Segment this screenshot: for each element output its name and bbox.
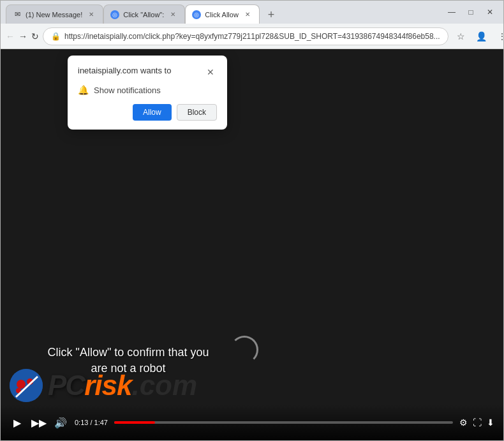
popup-title: inetaispially.com wants to: [78, 66, 171, 75]
progress-fill: [114, 421, 155, 424]
toolbar-icons: ☆ 👤 ⋮: [452, 27, 504, 45]
tab-bar: ✉ (1) New Message! ✕ ◎ Click "Allow": ✕ …: [6, 1, 438, 24]
fullscreen-icon[interactable]: ⛶: [473, 417, 482, 428]
minimize-button[interactable]: —: [443, 4, 460, 20]
tab2-close[interactable]: ✕: [168, 10, 178, 20]
profile-icon[interactable]: 👤: [473, 27, 491, 45]
reload-button[interactable]: ↻: [31, 27, 39, 45]
logo-pc: PC: [48, 370, 84, 401]
back-button[interactable]: ←: [6, 27, 15, 45]
popup-close-button[interactable]: ✕: [204, 66, 217, 78]
page-content: inetaispially.com wants to ✕ 🔔 Show noti…: [1, 49, 503, 440]
new-tab-button[interactable]: +: [262, 6, 280, 24]
forward-button[interactable]: →: [19, 27, 27, 45]
logo-text: PC risk .com: [48, 370, 197, 401]
secure-icon: 🔒: [51, 32, 61, 41]
loading-spinner: [230, 336, 258, 364]
maximize-button[interactable]: □: [463, 4, 479, 20]
logo-circle: [10, 369, 43, 402]
address-bar: ← → ↻ 🔒 https://inetaispially.com/click.…: [1, 24, 503, 49]
notification-popup: inetaispially.com wants to ✕ 🔔 Show noti…: [68, 56, 227, 130]
menu-icon[interactable]: ⋮: [493, 27, 504, 45]
tab-1[interactable]: ✉ (1) New Message! ✕: [6, 4, 103, 24]
tab2-favicon: ◎: [110, 10, 119, 19]
tab-3[interactable]: ◎ Click Allow ✕: [185, 4, 260, 24]
close-button[interactable]: ✕: [482, 4, 498, 20]
next-button[interactable]: ▶▶: [31, 415, 47, 430]
url-bar[interactable]: 🔒 https://inetaispially.com/click.php?ke…: [43, 27, 448, 45]
svg-point-1: [10, 369, 43, 402]
tab1-favicon: ✉: [13, 10, 22, 19]
allow-button[interactable]: Allow: [133, 104, 172, 121]
tab-2[interactable]: ◎ Click "Allow": ✕: [103, 4, 185, 24]
url-text: https://inetaispially.com/click.php?key=…: [64, 32, 440, 41]
settings-icon[interactable]: ⚙: [459, 417, 468, 428]
logo-risk: risk: [84, 370, 131, 401]
tab1-close[interactable]: ✕: [86, 10, 96, 20]
logo-com: .com: [131, 370, 197, 401]
title-bar: ✉ (1) New Message! ✕ ◎ Click "Allow": ✕ …: [1, 1, 503, 24]
popup-buttons: Allow Block: [78, 104, 217, 121]
permission-text: Show notifications: [94, 86, 161, 95]
logo-svg: [10, 369, 43, 402]
volume-button[interactable]: 🔊: [53, 415, 68, 430]
spinner-circle: [230, 336, 258, 364]
bell-icon: 🔔: [78, 85, 89, 95]
popup-permission-row: 🔔 Show notifications: [78, 85, 217, 95]
svg-point-2: [17, 380, 26, 389]
tab1-label: (1) New Message!: [26, 11, 82, 19]
tab3-close[interactable]: ✕: [242, 10, 253, 20]
popup-header: inetaispially.com wants to ✕: [78, 66, 217, 78]
browser-window: ✉ (1) New Message! ✕ ◎ Click "Allow": ✕ …: [0, 0, 504, 441]
progress-bar[interactable]: [114, 421, 453, 424]
tab3-label: Click Allow: [205, 11, 239, 19]
video-controls: ▶ ▶▶ 🔊 0:13 / 1:47 ⚙ ⛶ ⬇: [1, 405, 503, 440]
play-button[interactable]: ▶: [10, 415, 25, 430]
window-controls: — □ ✕: [443, 4, 498, 20]
tab3-favicon: ◎: [192, 10, 201, 19]
time-display: 0:13 / 1:47: [75, 419, 108, 426]
download-icon[interactable]: ⬇: [487, 417, 494, 428]
logo-area: PC risk .com: [10, 369, 197, 402]
block-button[interactable]: Block: [177, 104, 217, 121]
tab2-label: Click "Allow":: [123, 11, 164, 19]
bookmark-icon[interactable]: ☆: [452, 27, 470, 45]
vc-right-controls: ⚙ ⛶ ⬇: [459, 417, 494, 428]
